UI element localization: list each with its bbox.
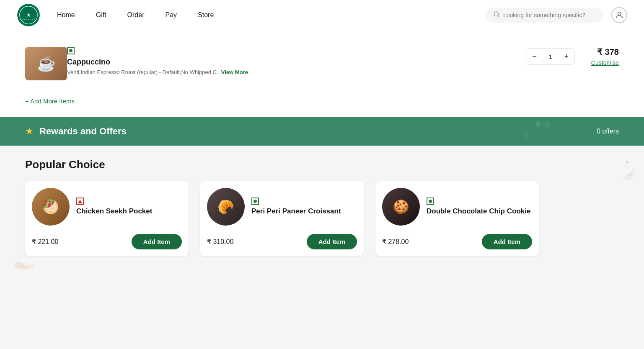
card-bottom-0: ₹ 221.00 Add Item (32, 234, 182, 249)
rewards-title: Rewards and Offers (39, 126, 127, 137)
card-top-1: 🥐 Peri Peri Paneer Croissant (207, 188, 357, 226)
card-top-0: 🥙 Chicken Seekh Pocket (32, 188, 182, 226)
product-name-2: Double Chocolate Chip Cookie (427, 207, 530, 216)
svg-text:★: ★ (26, 12, 31, 18)
veg-indicator (67, 47, 75, 54)
product-image-1: 🥐 (207, 188, 245, 226)
nav-pay[interactable]: Pay (165, 11, 177, 19)
card-info-0: Chicken Seekh Pocket (76, 198, 152, 216)
add-item-button-2[interactable]: Add Item (482, 234, 532, 249)
navbar: ★ STARBUCKS Home Gift Order Pay Store (0, 0, 644, 30)
svg-point-4 (494, 12, 499, 16)
veg-indicator-1 (251, 198, 259, 205)
card-top-2: 🍪 Double Chocolate Chip Cookie (382, 188, 532, 226)
decrease-quantity-button[interactable]: − (527, 49, 542, 64)
rewards-count: 0 offers (597, 128, 619, 135)
cart-item-details: Cappuccino Venti,Indian Espresso Roast (… (67, 47, 527, 75)
add-item-button-0[interactable]: Add Item (132, 234, 182, 249)
product-name-0: Chicken Seekh Pocket (76, 207, 152, 216)
search-bar[interactable] (486, 8, 603, 23)
search-input[interactable] (503, 12, 595, 18)
svg-text:STARBUCKS: STARBUCKS (21, 18, 36, 21)
quantity-control: − 1 + (527, 49, 574, 64)
rewards-banner[interactable]: ★ Rewards and Offers 0 offers (0, 117, 644, 146)
card-bottom-1: ₹ 310.00 Add Item (207, 234, 357, 249)
cart-divider (25, 89, 619, 89)
nav-home[interactable]: Home (57, 11, 75, 19)
product-name-1: Peri Peri Paneer Croissant (251, 207, 341, 216)
card-info-2: Double Chocolate Chip Cookie (427, 197, 530, 216)
product-card-0: 🥙 Chicken Seekh Pocket ₹ 221.00 Add Item (25, 181, 189, 256)
nav-order[interactable]: Order (127, 11, 145, 19)
cart-item-image: ☕ (25, 47, 67, 80)
cart-item-description: Venti,Indian Espresso Roast (regular) - … (67, 69, 527, 75)
card-info-1: Peri Peri Paneer Croissant (251, 197, 341, 216)
svg-point-7 (626, 161, 628, 164)
cart-item-price: ₹ 378 (591, 47, 619, 57)
cart-section: ☕ Cappuccino Venti,Indian Espresso Roast… (0, 30, 644, 117)
product-card-1: 🥐 Peri Peri Paneer Croissant ₹ 310.00 Ad… (200, 181, 364, 256)
view-more-link[interactable]: View More (221, 69, 248, 75)
product-card-2: 🍪 Double Chocolate Chip Cookie ₹ 278.00 … (375, 181, 539, 256)
svg-point-6 (618, 12, 621, 15)
cart-item: ☕ Cappuccino Venti,Indian Espresso Roast… (25, 38, 619, 89)
rewards-decoration (476, 117, 560, 146)
product-price-2: ₹ 278.00 (382, 238, 409, 246)
add-more-items-link[interactable]: + Add More Items (25, 93, 75, 109)
non-veg-indicator-0 (76, 198, 84, 205)
starbucks-logo[interactable]: ★ STARBUCKS (17, 3, 40, 27)
svg-point-8 (633, 168, 634, 169)
product-image-2: 🍪 (382, 188, 420, 226)
rewards-star-icon: ★ (25, 126, 34, 137)
corner-decoration (585, 154, 636, 206)
nav-store[interactable]: Store (198, 11, 214, 19)
product-price-1: ₹ 310.00 (207, 238, 233, 246)
card-bottom-2: ₹ 278.00 Add Item (382, 234, 532, 249)
popular-choice-title: Popular Choice (25, 158, 619, 171)
bottom-decoration (13, 244, 46, 271)
popular-choice-section: Popular Choice 🥙 Chicken Seekh Pocket ₹ … (0, 146, 644, 280)
increase-quantity-button[interactable]: + (559, 49, 574, 64)
user-profile-button[interactable] (611, 7, 627, 23)
nav-gift[interactable]: Gift (96, 11, 106, 19)
quantity-value: 1 (542, 53, 559, 60)
product-image-0: 🥙 (32, 188, 70, 226)
popular-cards-row: 🥙 Chicken Seekh Pocket ₹ 221.00 Add Item… (25, 181, 619, 256)
add-item-button-1[interactable]: Add Item (307, 234, 357, 249)
nav-menu: Home Gift Order Pay Store (57, 11, 486, 19)
search-icon (493, 11, 500, 19)
svg-line-5 (498, 15, 499, 17)
cart-item-name: Cappuccino (67, 58, 527, 67)
customise-link[interactable]: Customise (591, 59, 619, 66)
cart-item-controls: − 1 + ₹ 378 Customise (527, 47, 619, 66)
svg-point-12 (28, 264, 35, 268)
veg-indicator-2 (427, 198, 434, 205)
